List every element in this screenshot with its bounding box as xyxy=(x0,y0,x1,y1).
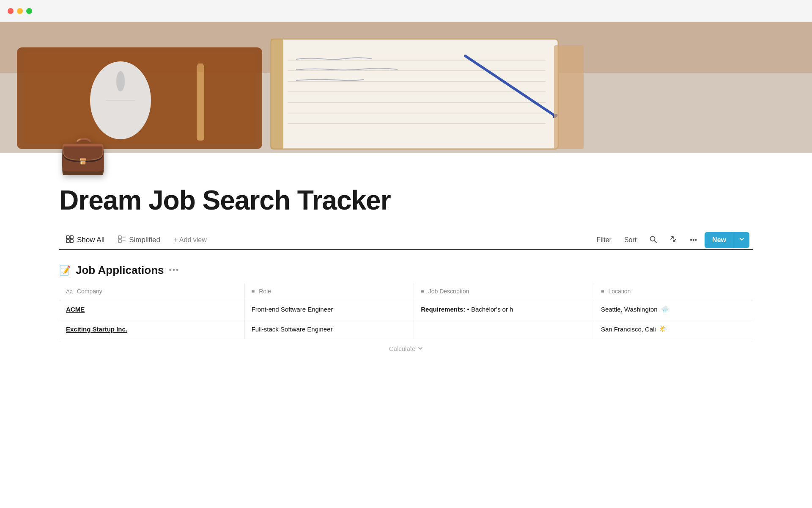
new-button[interactable]: New xyxy=(705,232,749,248)
search-button[interactable] xyxy=(644,232,662,248)
svg-rect-8 xyxy=(198,64,203,72)
svg-rect-7 xyxy=(197,64,204,141)
svg-rect-22 xyxy=(66,236,69,239)
sort-button[interactable]: Sort xyxy=(619,233,642,247)
title-bar xyxy=(0,0,812,22)
section-title: Job Applications xyxy=(76,264,164,277)
svg-line-31 xyxy=(655,240,657,243)
table-section: 📝 Job Applications ••• Aa Company ≡ Role xyxy=(59,264,753,358)
toolbar-actions: Filter Sort xyxy=(588,232,753,248)
data-table: Aa Company ≡ Role ≡ Job Description ≡ Lo… xyxy=(59,284,753,339)
svg-point-30 xyxy=(650,236,655,241)
svg-rect-20 xyxy=(271,39,283,149)
desc-value-1: Requirements: • Bachelor's or h xyxy=(421,306,513,313)
more-options-button[interactable]: ••• xyxy=(685,233,702,247)
svg-rect-9 xyxy=(271,39,558,149)
section-icon: 📝 xyxy=(59,265,71,276)
section-header: 📝 Job Applications ••• xyxy=(59,264,753,277)
svg-rect-21 xyxy=(554,45,584,149)
page-title: Dream Job Search Tracker xyxy=(59,185,753,215)
company-name-2[interactable]: Exciting Startup Inc. xyxy=(66,326,127,333)
text-icon: Aa xyxy=(66,288,73,295)
svg-rect-28 xyxy=(118,240,121,243)
loc-icon: ≡ xyxy=(601,288,604,295)
sort-label: Sort xyxy=(624,236,636,244)
table-row[interactable]: ACME Front-end Software Engineer Require… xyxy=(59,299,753,319)
add-view-button[interactable]: + Add view xyxy=(167,231,214,249)
column-description-label: Job Description xyxy=(428,288,469,295)
svg-rect-24 xyxy=(66,240,69,243)
cell-company-1[interactable]: ACME xyxy=(59,299,244,319)
role-icon: ≡ xyxy=(252,288,255,295)
desc-icon: ≡ xyxy=(421,288,424,295)
table-grid-icon xyxy=(66,235,74,244)
column-description[interactable]: ≡ Job Description xyxy=(414,284,594,299)
section-menu-button[interactable]: ••• xyxy=(169,266,180,275)
arrows-icon xyxy=(669,235,677,245)
tab-simplified[interactable]: Simplified xyxy=(111,230,167,250)
svg-rect-25 xyxy=(70,240,73,243)
location-cell-2: San Francisco, Cali 🌤️ xyxy=(601,325,746,333)
toolbar: Show All Simplified + Add view xyxy=(59,230,753,250)
tab-show-all-label: Show All xyxy=(77,236,104,244)
location-value-2: San Francisco, Cali xyxy=(601,326,656,333)
role-value-1: Front-end Software Engineer xyxy=(252,306,333,313)
page-content: 💼 Dream Job Search Tracker Show All xyxy=(0,132,812,358)
new-button-label[interactable]: New xyxy=(705,232,734,248)
cell-location-1[interactable]: Seattle, Washington 🌧️ xyxy=(594,299,753,319)
more-icon: ••• xyxy=(690,236,697,244)
cell-company-2[interactable]: Exciting Startup Inc. xyxy=(59,319,244,339)
filter-button[interactable]: Filter xyxy=(591,233,617,247)
cell-description-2[interactable] xyxy=(414,319,594,339)
tab-views: Show All Simplified + Add view xyxy=(59,230,588,249)
cell-role-2[interactable]: Full-stack Software Engineer xyxy=(244,319,414,339)
maximize-button[interactable] xyxy=(26,8,32,14)
add-view-label: + Add view xyxy=(174,236,207,244)
cell-role-1[interactable]: Front-end Software Engineer xyxy=(244,299,414,319)
cell-location-2[interactable]: San Francisco, Cali 🌤️ xyxy=(594,319,753,339)
arrows-button[interactable] xyxy=(664,232,682,248)
close-button[interactable] xyxy=(8,8,14,14)
weather-icon-2: 🌤️ xyxy=(659,325,667,333)
role-value-2: Full-stack Software Engineer xyxy=(252,326,333,333)
location-cell-1: Seattle, Washington 🌧️ xyxy=(601,305,746,313)
minimize-button[interactable] xyxy=(17,8,23,14)
calculate-row[interactable]: Calculate xyxy=(59,339,753,358)
column-role-label: Role xyxy=(259,288,271,295)
company-name-1[interactable]: ACME xyxy=(66,306,85,313)
new-button-arrow[interactable] xyxy=(734,232,749,247)
column-location-label: Location xyxy=(608,288,631,295)
table-simplified-icon xyxy=(118,235,126,244)
column-company-label: Company xyxy=(77,288,102,295)
tab-show-all[interactable]: Show All xyxy=(59,230,111,250)
table-header-row: Aa Company ≡ Role ≡ Job Description ≡ Lo… xyxy=(59,284,753,299)
table-row[interactable]: Exciting Startup Inc. Full-stack Softwar… xyxy=(59,319,753,339)
cell-description-1[interactable]: Requirements: • Bachelor's or h xyxy=(414,299,594,319)
tab-simplified-label: Simplified xyxy=(129,236,160,244)
search-icon xyxy=(649,235,657,245)
calculate-chevron-icon xyxy=(418,345,423,352)
calculate-label: Calculate xyxy=(389,345,416,352)
location-value-1: Seattle, Washington xyxy=(601,306,658,313)
column-company[interactable]: Aa Company xyxy=(59,284,244,299)
weather-icon-1: 🌧️ xyxy=(661,305,669,313)
hero-banner xyxy=(0,22,812,153)
page-icon: 💼 xyxy=(59,132,106,177)
column-location[interactable]: ≡ Location xyxy=(594,284,753,299)
svg-point-5 xyxy=(116,71,125,91)
page-icon-wrapper: 💼 xyxy=(59,132,106,179)
svg-rect-23 xyxy=(70,236,73,239)
column-role[interactable]: ≡ Role xyxy=(244,284,414,299)
filter-label: Filter xyxy=(596,236,612,244)
svg-rect-26 xyxy=(118,236,121,239)
